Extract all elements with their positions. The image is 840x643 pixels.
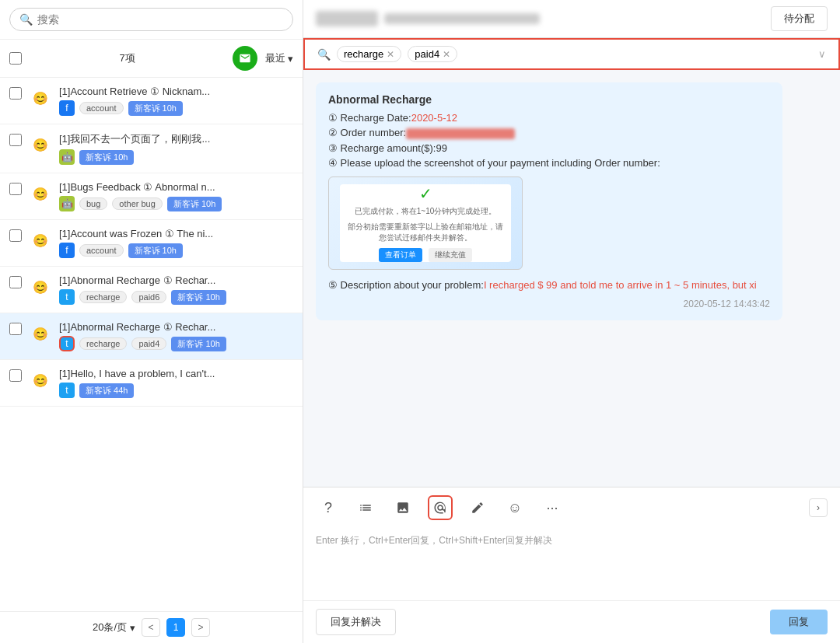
expand-button[interactable]: › <box>809 498 828 517</box>
platform-icon-tw-highlighted: t <box>59 336 75 351</box>
conversation-list-panel: 🔍 7项 最近 ▾ 😊 [1]Account Retrieve ① Nickna… <box>0 0 303 643</box>
search-input-wrap: 🔍 <box>9 8 293 31</box>
conv-tags: t recharge paid6 新客诉 10h <box>59 289 293 305</box>
reply-resolve-button[interactable]: 回复并解决 <box>316 609 396 635</box>
tag-other-bug[interactable]: other bug <box>112 197 162 210</box>
conv-title: [1]Hello, I have a problem, I can't... <box>59 368 293 379</box>
tag-bug[interactable]: bug <box>79 197 107 210</box>
sort-button[interactable]: 最近 ▾ <box>265 51 293 65</box>
list-count: 7项 <box>30 51 225 65</box>
next-page-button[interactable]: > <box>191 618 210 637</box>
user-avatar-blur <box>316 11 378 26</box>
item-checkbox[interactable] <box>9 323 22 335</box>
platform-icon-tw: t <box>59 383 75 398</box>
search-bar: 🔍 <box>0 0 303 40</box>
list-header: 7项 最近 ▾ <box>0 40 303 78</box>
conv-tags: f account 新客诉 10h <box>59 100 293 116</box>
message-line-1: ① Recharge Date:2020-5-12 <box>328 112 770 124</box>
assign-button[interactable] <box>233 46 257 71</box>
avatar: 😊 <box>28 368 53 393</box>
badge-new: 新客诉 10h <box>171 290 226 305</box>
order-number-blurred <box>406 128 515 139</box>
badge-new: 新客诉 10h <box>167 197 222 211</box>
message-line-4: ④ Please upload the screenshot of your p… <box>328 157 770 169</box>
chevron-down-icon[interactable]: ▾ <box>130 622 135 634</box>
conv-body: [1]我回不去一个页面了，刚刚我... 🤖 新客诉 10h <box>59 132 293 165</box>
tag-recharge[interactable]: recharge <box>79 337 127 350</box>
platform-icon-fb: f <box>59 243 75 258</box>
platform-icon-android: 🤖 <box>59 196 75 211</box>
select-all-checkbox[interactable] <box>9 52 22 65</box>
conv-body: [1]Account was Frozen ① The ni... f acco… <box>59 228 293 258</box>
screenshot-text1: 已完成付款，将在1~10分钟内完成处理。 <box>355 206 497 217</box>
screenshot-text2: 部分初始需要重新签字以上验在邮箱地址，请您尝试迁移邮件夹并解答。 <box>346 222 505 243</box>
avatar: 😊 <box>28 132 53 157</box>
per-page-label: 20条/页 <box>93 620 127 634</box>
help-icon[interactable]: ? <box>316 495 341 520</box>
message-area: Abnormal Recharge ① Recharge Date:2020-5… <box>303 70 840 487</box>
item-checkbox[interactable] <box>9 183 22 195</box>
avatar: 😊 <box>28 86 53 110</box>
platform-icon-android: 🤖 <box>59 149 75 165</box>
edit-icon[interactable] <box>465 495 490 520</box>
conv-title: [1]Account was Frozen ① The ni... <box>59 228 293 239</box>
search-icon: 🔍 <box>19 13 33 26</box>
message-title: Abnormal Recharge <box>328 93 770 106</box>
more-icon[interactable]: ··· <box>540 495 565 520</box>
reply-button[interactable]: 回复 <box>770 610 828 634</box>
conv-tags: f account 新客诉 10h <box>59 243 293 258</box>
avatar: 😊 <box>28 228 53 253</box>
item-checkbox[interactable] <box>9 369 22 382</box>
list-item[interactable]: 😊 [1]Abnormal Recharge ① Rechar... t rec… <box>0 313 303 360</box>
tag-recharge[interactable]: recharge <box>79 291 127 303</box>
conv-tags: 🤖 bug other bug 新客诉 10h <box>59 196 293 211</box>
item-checkbox[interactable] <box>9 87 22 100</box>
conv-tags: t recharge paid4 新客诉 10h <box>59 336 293 351</box>
avatar: 😊 <box>28 321 53 346</box>
tag-paid4[interactable]: paid4 <box>131 337 166 350</box>
list-item[interactable]: 😊 [1]我回不去一个页面了，刚刚我... 🤖 新客诉 10h <box>0 124 303 173</box>
tag-account[interactable]: account <box>79 102 124 114</box>
reply-hint: Enter 换行，Ctrl+Enter回复，Ctrl+Shift+Enter回复… <box>303 528 840 554</box>
platform-icon-tw: t <box>59 289 75 305</box>
tag-search-icon: 🔍 <box>317 48 331 61</box>
reply-actions: 回复并解决 回复 <box>303 600 840 643</box>
reply-toolbar: ? ☺ ··· › <box>303 487 840 528</box>
search-input[interactable] <box>37 13 283 26</box>
tag-chip-paid4: paid4 ✕ <box>408 46 457 62</box>
emoji-icon[interactable]: ☺ <box>502 495 527 520</box>
tag-remove-paid4[interactable]: ✕ <box>443 49 450 60</box>
tags-bar: 🔍 recharge ✕ paid4 ✕ ∨ <box>303 38 840 70</box>
item-checkbox[interactable] <box>9 134 22 146</box>
badge-new: 新客诉 10h <box>171 337 226 351</box>
template-icon[interactable] <box>353 495 378 520</box>
tag-remove-recharge[interactable]: ✕ <box>387 49 394 60</box>
item-checkbox[interactable] <box>9 276 22 288</box>
check-icon: ✓ <box>419 184 432 203</box>
message-bubble: Abnormal Recharge ① Recharge Date:2020-5… <box>316 82 782 320</box>
description-text: I recharged $ 99 and told me to arrive i… <box>484 279 757 291</box>
prev-page-button[interactable]: < <box>142 618 160 637</box>
message-description: ⑤ Description about your problem:I recha… <box>328 278 770 293</box>
mention-icon[interactable] <box>428 495 453 520</box>
reply-input-area[interactable] <box>303 554 840 600</box>
list-item[interactable]: 😊 [1]Account was Frozen ① The ni... f ac… <box>0 220 303 267</box>
conv-tags: 🤖 新客诉 10h <box>59 149 293 165</box>
conv-body: [1]Abnormal Recharge ① Rechar... t recha… <box>59 321 293 351</box>
tag-paid6[interactable]: paid6 <box>131 291 166 303</box>
view-order-button[interactable]: 查看订单 <box>379 248 422 262</box>
list-item[interactable]: 😊 [1]Account Retrieve ① Nicknam... f acc… <box>0 78 303 124</box>
conv-title: [1]Bugs Feedback ① Abnormal n... <box>59 181 293 193</box>
avatar: 😊 <box>28 181 53 206</box>
current-page-button[interactable]: 1 <box>166 618 185 637</box>
user-name-blur <box>384 13 540 24</box>
tag-account[interactable]: account <box>79 244 124 257</box>
list-item[interactable]: 😊 [1]Abnormal Recharge ① Rechar... t rec… <box>0 267 303 313</box>
continue-recharge-button[interactable]: 继续充值 <box>429 248 472 262</box>
list-item[interactable]: 😊 [1]Bugs Feedback ① Abnormal n... 🤖 bug… <box>0 173 303 220</box>
tags-chevron-icon[interactable]: ∨ <box>818 48 826 60</box>
item-checkbox[interactable] <box>9 229 22 242</box>
list-item[interactable]: 😊 [1]Hello, I have a problem, I can't...… <box>0 360 303 407</box>
image-icon[interactable] <box>390 495 415 520</box>
distribute-button[interactable]: 待分配 <box>771 6 828 31</box>
